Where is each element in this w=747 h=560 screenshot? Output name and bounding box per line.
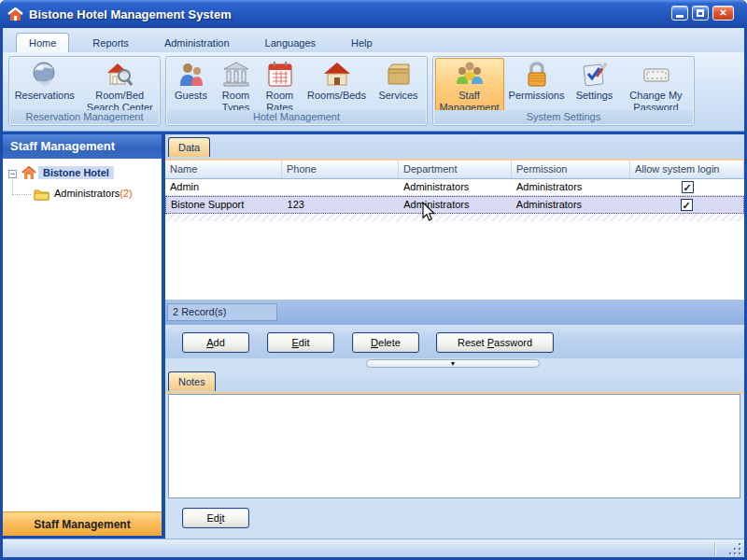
add-button[interactable]: Add [182, 332, 249, 353]
table-row-selected[interactable]: Bistone Support 123 Administrators Admin… [165, 196, 744, 214]
splitter-handle[interactable]: ▾ [366, 359, 540, 368]
app-house-icon [7, 7, 23, 21]
bank-building-icon [221, 60, 251, 90]
group-caption: System Settings [434, 110, 693, 124]
tab-home[interactable]: Home [16, 33, 69, 52]
tab-help[interactable]: Help [339, 34, 385, 52]
lock-icon [522, 60, 552, 90]
globe-icon [30, 60, 60, 90]
tab-data[interactable]: Data [168, 137, 210, 157]
minimize-icon [676, 15, 684, 18]
maximize-button[interactable] [692, 6, 709, 21]
tab-administration[interactable]: Administration [152, 34, 242, 52]
password-field-icon [641, 60, 671, 90]
settings-button[interactable]: Settings [570, 59, 620, 111]
guests-button[interactable]: Guests [169, 59, 214, 111]
application-window: Bistone Hotel Management System ✕ Home R… [0, 0, 747, 560]
mouse-cursor-icon [422, 202, 436, 222]
panel-splitter[interactable]: ▾ [165, 358, 744, 370]
services-button[interactable]: Services [373, 59, 425, 111]
notes-textarea[interactable] [168, 394, 740, 498]
window-title: Bistone Hotel Management System [29, 7, 232, 21]
cell-department: Administrators [399, 197, 512, 213]
staff-group-icon [455, 60, 485, 90]
column-header-permission[interactable]: Permission [512, 161, 630, 178]
sidebar-footer-staff-management[interactable]: Staff Management [3, 511, 162, 536]
notes-panel: Notes Edit [165, 370, 744, 539]
group-caption: Hotel Management [167, 110, 426, 124]
tab-reports[interactable]: Reports [80, 34, 141, 52]
box-icon [384, 60, 414, 90]
menu-tab-bar: Home Reports Administration Languages He… [3, 28, 744, 52]
grid-filler-pattern [165, 214, 744, 221]
tree-child-count: (2) [120, 188, 132, 199]
ribbon: Reservations Room/BedSearch Center Reser… [3, 52, 744, 132]
notes-edit-button[interactable]: Edit [182, 508, 249, 528]
title-bar: Bistone Hotel Management System ✕ [0, 0, 747, 28]
calendar-icon [265, 60, 295, 90]
hotel-house-icon [21, 166, 36, 180]
cell-phone [282, 179, 399, 195]
tab-languages[interactable]: Languages [253, 34, 328, 52]
column-header-allow-system-login[interactable]: Allow system login [630, 161, 744, 178]
room-rates-button[interactable]: RoomRates [259, 59, 302, 111]
cell-permission: Administrators [512, 179, 630, 195]
group-caption: Reservation Management [10, 110, 159, 124]
staff-management-button[interactable]: StaffManagement [435, 58, 504, 112]
group-reservation-management: Reservations Room/BedSearch Center Reser… [8, 56, 161, 126]
group-system-settings: StaffManagement Permissions [432, 56, 695, 126]
group-hotel-management: Guests RoomTypes [165, 56, 428, 126]
delete-button[interactable]: Delete [352, 332, 419, 353]
staff-table: Name Phone Department Permission Allow s… [165, 161, 744, 299]
close-button[interactable]: ✕ [712, 6, 734, 21]
chevron-down-icon: ▾ [451, 359, 455, 368]
house-icon [322, 60, 352, 90]
tree-item-administrators[interactable]: Administrators(2) [3, 186, 162, 203]
house-search-icon [105, 60, 134, 90]
record-count-bar: 2 Record(s) [165, 299, 744, 325]
room-types-button[interactable]: RoomTypes [214, 59, 259, 111]
notes-tab-strip: Notes [165, 370, 744, 392]
permissions-button[interactable]: Permissions [504, 59, 570, 111]
room-bed-search-center-button[interactable]: Room/BedSearch Center [80, 59, 160, 111]
checklist-pen-icon [580, 60, 610, 90]
allow-login-checkbox[interactable]: ✓ [682, 181, 694, 193]
rooms-beds-button[interactable]: Rooms/Beds [302, 59, 373, 111]
cell-name: Bistone Support [166, 197, 283, 213]
main-content: Data Name Phone Department Permission Al… [165, 134, 744, 539]
minimize-button[interactable] [671, 6, 688, 21]
edit-button[interactable]: Edit [267, 332, 334, 353]
column-header-phone[interactable]: Phone [282, 161, 399, 178]
reservations-button[interactable]: Reservations [9, 59, 80, 111]
cell-name: Admin [165, 179, 282, 195]
tab-notes[interactable]: Notes [168, 371, 216, 391]
tree-item-bistone-hotel[interactable]: Bistone Hotel [3, 165, 162, 183]
cell-permission: Administrators [512, 197, 630, 213]
tree-child-label: Administrators [54, 188, 120, 199]
table-header-row: Name Phone Department Permission Allow s… [165, 161, 744, 179]
data-tab-strip: Data [165, 134, 744, 159]
action-button-bar: Add Edit Delete Reset Password [165, 325, 744, 358]
record-count: 2 Record(s) [167, 303, 277, 321]
column-header-name[interactable]: Name [165, 161, 282, 178]
status-separator [714, 542, 716, 555]
cell-department: Administrators [399, 179, 512, 195]
folder-icon [34, 188, 49, 201]
cell-phone: 123 [283, 197, 400, 213]
sidebar-header: Staff Management [3, 134, 162, 159]
allow-login-checkbox[interactable]: ✓ [681, 199, 693, 211]
change-my-password-button[interactable]: Change MyPassword [620, 59, 693, 111]
column-header-department[interactable]: Department [399, 161, 512, 178]
reset-password-button[interactable]: Reset Password [436, 332, 554, 353]
tree-root-label: Bistone Hotel [38, 166, 114, 179]
table-row[interactable]: Admin Administrators Administrators ✓ [165, 179, 744, 196]
status-bar [3, 539, 744, 557]
close-icon: ✕ [719, 7, 726, 18]
resize-grip[interactable] [728, 542, 740, 554]
guests-icon [176, 60, 206, 90]
maximize-icon [697, 9, 704, 17]
sidebar: Staff Management − Bistone Hotel Adminis… [3, 134, 162, 539]
staff-tree: − Bistone Hotel Administrators(2) [3, 159, 162, 511]
